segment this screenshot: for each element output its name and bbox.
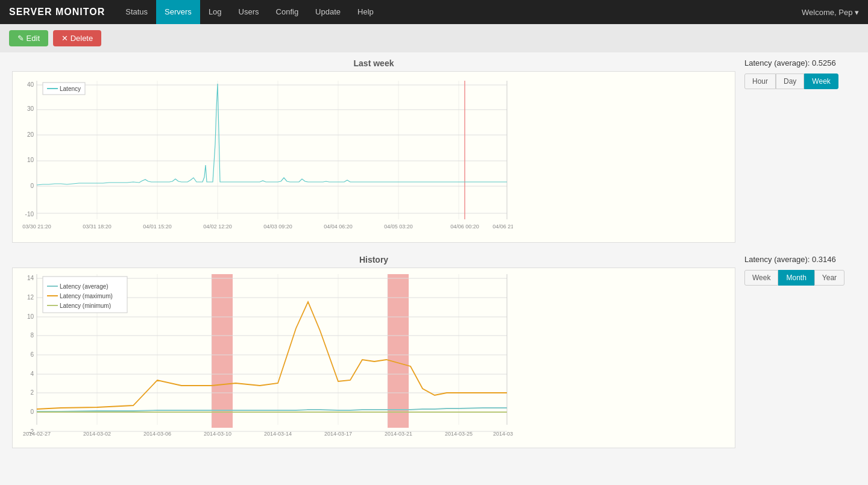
chart2-year-btn[interactable]: Year <box>814 270 844 286</box>
svg-text:4: 4 <box>30 371 34 377</box>
svg-text:8: 8 <box>30 332 34 339</box>
chart2-wrapper: History 14 12 10 8 6 4 2 0 -2 <box>12 255 735 448</box>
chart2-side: Latency (average): 0.3146 Week Month Yea… <box>735 255 856 286</box>
svg-text:04/05 03:20: 04/05 03:20 <box>384 224 413 230</box>
chart2-time-buttons: Week Month Year <box>744 270 856 286</box>
nav-servers[interactable]: Servers <box>156 0 200 24</box>
chart1-wrapper: Last week 40 30 20 10 0 -10 <box>12 58 735 243</box>
svg-text:2014-03-17: 2014-03-17 <box>324 431 352 437</box>
navbar: SERVER MONITOR Status Servers Log Users … <box>0 0 868 24</box>
chart2-frame: 14 12 10 8 6 4 2 0 -2 <box>12 268 735 448</box>
nav-help[interactable]: Help <box>349 0 382 24</box>
svg-text:2014-03-29: 2014-03-29 <box>493 431 513 437</box>
chart1-title: Last week <box>12 58 735 68</box>
nav-status[interactable]: Status <box>117 0 156 24</box>
chart2-section: History 14 12 10 8 6 4 2 0 -2 <box>12 255 856 448</box>
svg-text:12: 12 <box>27 294 34 301</box>
svg-text:30: 30 <box>27 105 34 112</box>
svg-text:2014-03-10: 2014-03-10 <box>204 431 231 437</box>
svg-text:04/06 00:20: 04/06 00:20 <box>450 224 479 230</box>
chart1-week-btn[interactable]: Week <box>804 74 838 89</box>
svg-text:2014-03-02: 2014-03-02 <box>83 431 111 437</box>
svg-text:Latency (maximum): Latency (maximum) <box>60 293 113 299</box>
svg-text:Latency: Latency <box>60 86 81 92</box>
chart2-month-btn[interactable]: Month <box>778 270 814 286</box>
nav-log[interactable]: Log <box>200 0 230 24</box>
chart1-section: Last week 40 30 20 10 0 -10 <box>12 58 856 243</box>
chart1-frame: 40 30 20 10 0 -10 <box>12 71 735 243</box>
svg-text:-10: -10 <box>25 211 34 217</box>
svg-text:10: 10 <box>27 313 34 320</box>
chart1-stat: Latency (average): 0.5256 <box>744 58 856 67</box>
svg-rect-36 <box>212 274 233 428</box>
svg-text:03/30 21:20: 03/30 21:20 <box>22 224 51 230</box>
nav-user[interactable]: Welcome, Pep ▾ <box>802 8 859 17</box>
svg-rect-0 <box>13 72 513 240</box>
delete-button[interactable]: ✕ Delete <box>53 30 101 46</box>
svg-text:14: 14 <box>27 275 34 281</box>
brand: SERVER MONITOR <box>9 7 105 17</box>
svg-text:0: 0 <box>30 183 34 189</box>
svg-text:2014-03-25: 2014-03-25 <box>445 431 473 437</box>
svg-text:40: 40 <box>27 81 34 88</box>
chart2-title: History <box>12 255 735 264</box>
nav-update[interactable]: Update <box>307 0 349 24</box>
svg-text:6: 6 <box>30 351 34 358</box>
chart1-hour-btn[interactable]: Hour <box>744 74 776 89</box>
svg-text:03/31 18:20: 03/31 18:20 <box>83 224 112 230</box>
svg-text:04/03 09:20: 04/03 09:20 <box>263 224 292 230</box>
svg-text:04/06 21:20: 04/06 21:20 <box>492 224 513 230</box>
chart1-side: Latency (average): 0.5256 Hour Day Week <box>735 58 856 89</box>
chart2-week-btn[interactable]: Week <box>744 270 778 286</box>
chart2-stat: Latency (average): 0.3146 <box>744 255 856 264</box>
svg-text:Latency (average): Latency (average) <box>60 283 108 290</box>
footer: Powered by PHP Server Monitor v3.0.0 Bac… <box>0 478 868 485</box>
svg-text:04/02 12:20: 04/02 12:20 <box>203 224 232 230</box>
svg-text:0: 0 <box>30 408 34 415</box>
svg-text:2014-02-27: 2014-02-27 <box>23 431 51 437</box>
svg-text:2014-03-21: 2014-03-21 <box>385 431 412 437</box>
toolbar: ✎ Edit ✕ Delete <box>0 24 868 52</box>
svg-text:2: 2 <box>30 389 34 396</box>
svg-rect-37 <box>388 274 409 428</box>
nav-users[interactable]: Users <box>230 0 268 24</box>
svg-text:04/01 15:20: 04/01 15:20 <box>143 224 172 230</box>
svg-text:10: 10 <box>27 157 34 163</box>
svg-text:2014-03-14: 2014-03-14 <box>264 431 292 437</box>
svg-text:Latency (minimum): Latency (minimum) <box>60 302 111 309</box>
chart1-time-buttons: Hour Day Week <box>744 74 856 89</box>
svg-text:2014-03-06: 2014-03-06 <box>143 431 171 437</box>
nav-config[interactable]: Config <box>268 0 307 24</box>
svg-text:04/04 06:20: 04/04 06:20 <box>324 224 353 230</box>
charts-container: Last week 40 30 20 10 0 -10 <box>0 52 868 466</box>
chart1-day-btn[interactable]: Day <box>776 74 804 89</box>
nav-items: Status Servers Log Users Config Update H… <box>117 0 802 24</box>
edit-button[interactable]: ✎ Edit <box>9 30 48 46</box>
svg-text:20: 20 <box>27 131 34 138</box>
